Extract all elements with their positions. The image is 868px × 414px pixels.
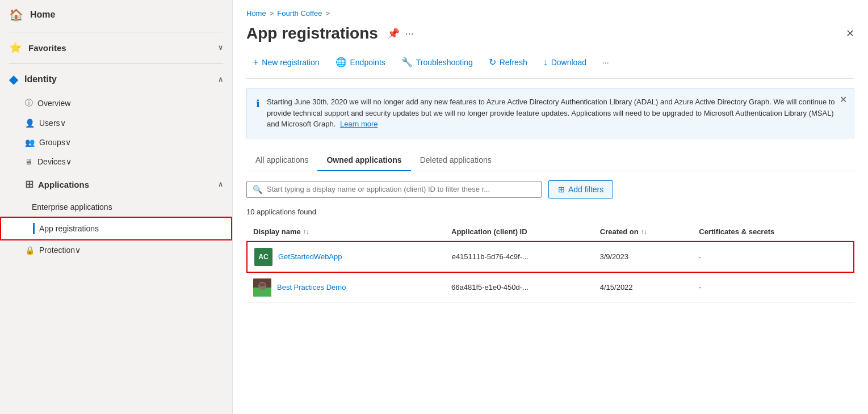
app-name-cell: AC GetStartedWebApp: [254, 248, 452, 266]
filter-icon: ⊞: [558, 185, 565, 194]
col-certs: Certificates & secrets: [699, 227, 848, 236]
pin-icon[interactable]: 📌: [387, 27, 400, 40]
sidebar-item-users[interactable]: 👤 Users ∨: [0, 113, 232, 133]
info-banner: ℹ Starting June 30th, 2020 we will no lo…: [246, 88, 854, 138]
col-app-id: Application (client) ID: [451, 227, 600, 236]
star-icon: ⭐: [9, 41, 22, 54]
sidebar-item-groups[interactable]: 👥 Groups ∨: [0, 133, 232, 152]
sidebar-home[interactable]: 🏠 Home: [0, 0, 232, 29]
sidebar-enterprise-apps-label: Enterprise applications: [32, 202, 112, 212]
chevron-down-icon: ∨: [60, 119, 66, 128]
close-banner-button[interactable]: ✕: [840, 94, 847, 105]
tab-owned-applications[interactable]: Owned applications: [317, 150, 410, 171]
sidebar-home-label: Home: [30, 10, 55, 20]
results-count: 10 applications found: [246, 208, 854, 216]
sort-created-on-icon[interactable]: ↑↓: [641, 228, 647, 235]
search-box[interactable]: 🔍: [246, 181, 542, 198]
app-name-link[interactable]: Best Practices Demo: [277, 283, 346, 292]
active-indicator: [33, 223, 35, 234]
table-row: Best Practices Demo 66a481f5-e1e0-450d-.…: [246, 273, 854, 303]
more-toolbar-button[interactable]: ···: [596, 54, 616, 71]
refresh-button[interactable]: ↻ Refresh: [482, 53, 534, 71]
add-filters-label: Add filters: [568, 185, 603, 194]
col-display-name[interactable]: Display name ↑↓: [253, 227, 451, 236]
tabs: All applications Owned applications Dele…: [246, 150, 854, 171]
chevron-down-icon: ∨: [218, 44, 223, 52]
sidebar-item-applications[interactable]: ⊞ Applications ∧: [0, 171, 232, 197]
table-header: Display name ↑↓ Application (client) ID …: [246, 223, 854, 241]
learn-more-link[interactable]: Learn more: [340, 120, 378, 128]
breadcrumb: Home > Fourth Coffee >: [246, 9, 854, 18]
troubleshooting-button[interactable]: 🔧 Troubleshooting: [395, 53, 480, 71]
sidebar-overview-label: Overview: [37, 99, 70, 108]
troubleshooting-label: Troubleshooting: [416, 58, 473, 67]
refresh-icon: ↻: [489, 57, 496, 67]
app-name-cell: Best Practices Demo: [253, 278, 451, 297]
sidebar-devices-label: Devices: [37, 157, 66, 166]
download-button[interactable]: ↓ Download: [536, 53, 593, 71]
app-name-link[interactable]: GetStartedWebApp: [278, 252, 342, 261]
sort-display-name-icon[interactable]: ↑↓: [303, 228, 309, 235]
refresh-label: Refresh: [500, 58, 527, 67]
page-title-row: App registrations 📌 ··· ✕: [246, 24, 854, 43]
sidebar-groups-label: Groups: [39, 138, 65, 147]
search-input[interactable]: [267, 185, 535, 193]
breadcrumb-tenant[interactable]: Fourth Coffee: [277, 9, 322, 18]
chevron-down-icon: ∨: [75, 246, 81, 255]
sidebar-identity-label: Identity: [24, 74, 57, 85]
plus-icon: +: [253, 57, 258, 67]
users-icon: 👤: [25, 119, 35, 128]
close-icon[interactable]: ✕: [846, 27, 854, 40]
banner-text: Starting June 30th, 2020 we will no long…: [267, 96, 845, 130]
toolbar: + New registration 🌐 Endpoints 🔧 Trouble…: [246, 53, 854, 79]
col-created-on[interactable]: Created on ↑↓: [600, 227, 699, 236]
endpoints-icon: 🌐: [336, 57, 347, 67]
sidebar-item-overview[interactable]: ⓘ Overview: [0, 93, 232, 113]
certs-cell: -: [698, 252, 846, 261]
sidebar-app-registrations-label: App registrations: [39, 224, 99, 233]
devices-icon: 🖥: [25, 157, 33, 166]
more-options-icon[interactable]: ···: [405, 28, 414, 40]
protection-icon: 🔒: [25, 246, 35, 255]
groups-icon: 👥: [25, 138, 35, 147]
home-icon: 🏠: [9, 8, 23, 22]
new-registration-button[interactable]: + New registration: [246, 53, 326, 71]
certs-cell: -: [699, 283, 848, 292]
new-registration-label: New registration: [262, 58, 319, 67]
app-icon: AC: [254, 248, 272, 266]
chevron-up-icon: ∧: [218, 180, 223, 188]
add-filters-button[interactable]: ⊞ Add filters: [548, 180, 613, 198]
app-id-cell: 66a481f5-e1e0-450d-...: [451, 283, 600, 292]
chevron-up-icon: ∧: [218, 75, 223, 83]
sidebar-favorites-label: Favorites: [28, 43, 66, 53]
sidebar-overview-icon: ⓘ: [25, 98, 33, 108]
tab-deleted-applications[interactable]: Deleted applications: [411, 150, 501, 171]
sidebar-identity-group[interactable]: ◆ Identity ∧: [0, 66, 232, 93]
info-icon: ℹ: [256, 98, 260, 110]
download-icon: ↓: [543, 57, 548, 67]
sidebar-item-enterprise-apps[interactable]: Enterprise applications: [0, 197, 232, 217]
more-toolbar-icon: ···: [602, 58, 609, 67]
divider-2: [9, 63, 223, 64]
table-row: AC GetStartedWebApp e415111b-5d76-4c9f-.…: [246, 241, 854, 273]
sidebar: 🏠 Home ⭐ Favorites ∨ ◆ Identity ∧ ⓘ Over…: [0, 0, 233, 414]
sidebar-item-app-registrations[interactable]: App registrations: [0, 217, 232, 240]
endpoints-button[interactable]: 🌐 Endpoints: [329, 53, 392, 71]
sidebar-users-label: Users: [39, 119, 60, 128]
app-id-cell: e415111b-5d76-4c9f-...: [452, 252, 600, 261]
sidebar-item-devices[interactable]: 🖥 Devices ∨: [0, 152, 232, 171]
svg-point-3: [259, 283, 265, 286]
divider-1: [9, 32, 223, 32]
search-filter-row: 🔍 ⊞ Add filters: [246, 180, 854, 198]
chevron-down-icon: ∨: [66, 157, 72, 166]
chevron-down-icon: ∨: [65, 138, 71, 147]
sidebar-protection-label: Protection: [39, 246, 75, 255]
wrench-icon: 🔧: [401, 57, 413, 67]
sidebar-favorites[interactable]: ⭐ Favorites ∨: [0, 35, 232, 61]
tab-all-applications[interactable]: All applications: [246, 150, 317, 171]
breadcrumb-sep2: >: [326, 9, 330, 18]
created-on-cell: 3/9/2023: [599, 252, 698, 261]
main-content: Home > Fourth Coffee > App registrations…: [233, 0, 868, 414]
sidebar-item-protection[interactable]: 🔒 Protection ∨: [0, 240, 232, 260]
breadcrumb-home[interactable]: Home: [246, 9, 266, 18]
